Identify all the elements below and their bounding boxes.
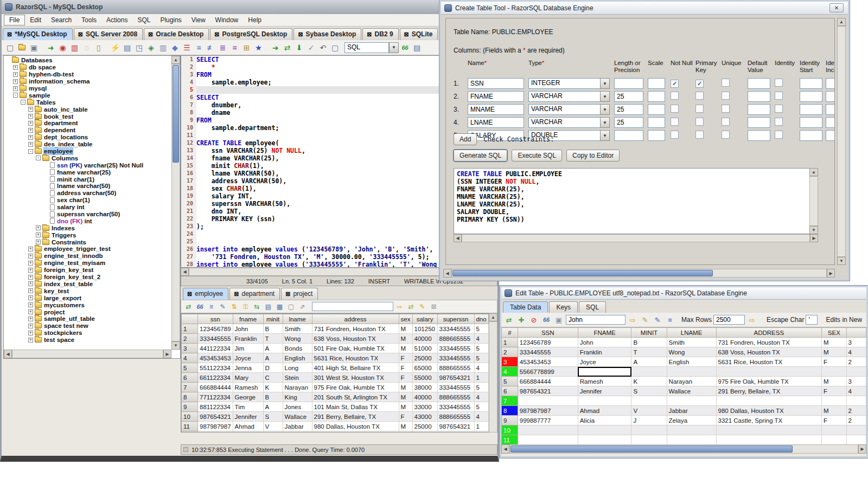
cell[interactable]: A xyxy=(263,353,283,363)
kill-connection-icon[interactable]: ▥ xyxy=(69,42,80,53)
find-db-object-icon[interactable]: 66 xyxy=(399,42,411,53)
cell[interactable] xyxy=(631,367,667,377)
refresh-table-icon[interactable]: ⇄ xyxy=(503,314,514,325)
cell[interactable]: Franklin xyxy=(578,347,631,357)
cell[interactable]: C xyxy=(263,373,283,383)
cell[interactable]: 987654321 xyxy=(437,431,474,433)
expand-icon[interactable]: + xyxy=(28,288,33,293)
row-number[interactable]: 3 xyxy=(502,357,518,367)
cell[interactable]: Zelaya xyxy=(283,431,312,433)
column-header-ssn[interactable]: ssn xyxy=(198,314,233,324)
cell[interactable]: Ahmad xyxy=(578,406,631,416)
cell[interactable]: 25000 xyxy=(412,431,437,433)
cell[interactable]: 333445555 xyxy=(437,344,474,353)
tree-item-triggers[interactable]: +Triggers xyxy=(4,231,171,238)
cell[interactable]: English xyxy=(667,357,716,367)
cell[interactable]: Jabbar xyxy=(667,406,716,416)
tree-item-des-index-table[interactable]: +des_index_table xyxy=(4,141,171,148)
scroll-left-icon[interactable]: ◀ xyxy=(454,234,462,242)
cell[interactable]: 1 xyxy=(474,422,488,431)
cell[interactable]: 661122334 xyxy=(198,373,233,383)
tree-item-sample[interactable]: -sample xyxy=(4,92,171,99)
cell[interactable]: 5631 Rice, Houston TX xyxy=(716,357,822,367)
cell[interactable]: 731 Fondren, Houston TX xyxy=(312,324,399,334)
connection-tab-sql-server-2008[interactable]: ⊠SQL Server 2008 xyxy=(74,28,143,40)
cell[interactable]: Smith xyxy=(667,338,716,347)
cell[interactable]: M xyxy=(399,344,412,353)
cell[interactable]: 4 xyxy=(474,363,488,373)
close-tab-icon[interactable]: ⊠ xyxy=(214,31,219,38)
edit-hscroll-track[interactable] xyxy=(509,444,858,454)
tree-item-book-test[interactable]: +book_test xyxy=(4,113,171,120)
unique-checkbox[interactable] xyxy=(722,131,730,139)
unique-checkbox[interactable] xyxy=(722,105,730,113)
chevron-down-icon[interactable]: ▼ xyxy=(600,91,610,102)
scroll-up-icon[interactable]: ▲ xyxy=(171,56,180,64)
cell[interactable]: 4 xyxy=(846,386,866,396)
expand-icon[interactable]: + xyxy=(28,107,33,112)
sql-hscroll-track[interactable] xyxy=(462,234,810,242)
cell[interactable]: M xyxy=(399,392,412,402)
column-header-sex[interactable]: sex xyxy=(399,314,412,324)
row-number[interactable]: 10 xyxy=(182,412,198,422)
chevron-down-icon[interactable]: ▼ xyxy=(600,78,610,89)
find-in-file-icon[interactable]: ◳ xyxy=(133,42,145,53)
close-tab-icon[interactable]: ⊠ xyxy=(7,31,12,38)
cell[interactable]: 999887777 xyxy=(518,416,578,425)
find-results-icon[interactable]: 66 xyxy=(195,301,205,312)
refresh-results-icon[interactable]: ⇄ xyxy=(183,301,194,312)
scroll-up-icon[interactable]: ▲ xyxy=(489,313,497,321)
rollback-icon[interactable]: ↶ xyxy=(317,42,329,53)
db-browser-icon[interactable]: ◈ xyxy=(145,42,157,53)
cell[interactable]: 3321 Castle, Spring TX xyxy=(716,416,822,425)
expand-icon[interactable]: + xyxy=(28,338,33,343)
menu-edit[interactable]: Edit xyxy=(25,15,46,25)
column-header-superssn[interactable]: superssn xyxy=(437,314,474,324)
cell[interactable]: A xyxy=(263,344,283,353)
cell[interactable]: S xyxy=(631,386,667,396)
connection-tab-sqlite[interactable]: ⊠SQLite xyxy=(400,28,438,40)
open-file-icon[interactable] xyxy=(16,42,28,53)
scroll-left-icon[interactable]: ◀ xyxy=(4,350,12,358)
close-tab-icon[interactable]: ⊠ xyxy=(234,290,239,298)
cell[interactable]: 888665555 xyxy=(437,392,474,402)
column-header-address[interactable]: ADDRESS xyxy=(716,328,822,338)
cell[interactable]: M xyxy=(399,334,412,344)
filter-desc-icon[interactable]: ≣ xyxy=(217,42,228,53)
cell[interactable] xyxy=(716,425,822,435)
column-name-input[interactable] xyxy=(468,104,524,115)
cell[interactable]: A xyxy=(263,402,283,412)
menu-view[interactable]: View xyxy=(187,15,210,25)
edit-results-icon[interactable]: ✎ xyxy=(417,301,427,312)
cell[interactable] xyxy=(631,425,667,435)
format-sql-icon[interactable]: ≡ xyxy=(229,42,240,53)
identity-increment-input[interactable] xyxy=(826,130,835,141)
window-hscroll-thumb[interactable] xyxy=(452,270,713,276)
cell[interactable] xyxy=(846,425,866,435)
cell[interactable]: Long xyxy=(283,363,312,373)
cell[interactable]: John xyxy=(233,324,263,334)
column-name-input[interactable] xyxy=(468,78,524,89)
tree-item-mycustomers[interactable]: +mycustomers xyxy=(4,301,171,308)
not-null-checkbox[interactable] xyxy=(671,118,679,126)
sql-mode-dropdown[interactable]: SQL▼ xyxy=(344,42,399,53)
key-icon[interactable]: ⚿ xyxy=(240,301,251,312)
cell[interactable]: 3 xyxy=(846,338,866,347)
scroll-left-icon[interactable]: ◀ xyxy=(501,444,509,454)
identity-start-input[interactable] xyxy=(800,130,822,141)
row-number[interactable]: 6 xyxy=(502,386,518,396)
cell[interactable]: 1 xyxy=(474,431,488,433)
cell[interactable]: 771122334 xyxy=(198,392,233,402)
column-header-minit[interactable]: minit xyxy=(263,314,283,324)
tree-item-fname-varchar-25[interactable]: fname varchar(25) xyxy=(4,169,171,176)
tree-item-department[interactable]: +department xyxy=(4,120,171,127)
close-tab-icon[interactable]: ⊠ xyxy=(404,31,409,38)
grid-icon[interactable]: ▦ xyxy=(275,301,285,312)
cell[interactable]: 5 xyxy=(474,353,488,363)
fetch-icon[interactable]: ⬇ xyxy=(293,42,305,53)
cell[interactable]: 987654321 xyxy=(518,386,578,396)
expand-icon[interactable]: + xyxy=(28,275,33,280)
cell[interactable]: George xyxy=(233,392,263,402)
cell[interactable]: 980 Dallas, Houston TX xyxy=(312,422,399,431)
column-header-minit[interactable]: MINIT xyxy=(631,328,667,338)
